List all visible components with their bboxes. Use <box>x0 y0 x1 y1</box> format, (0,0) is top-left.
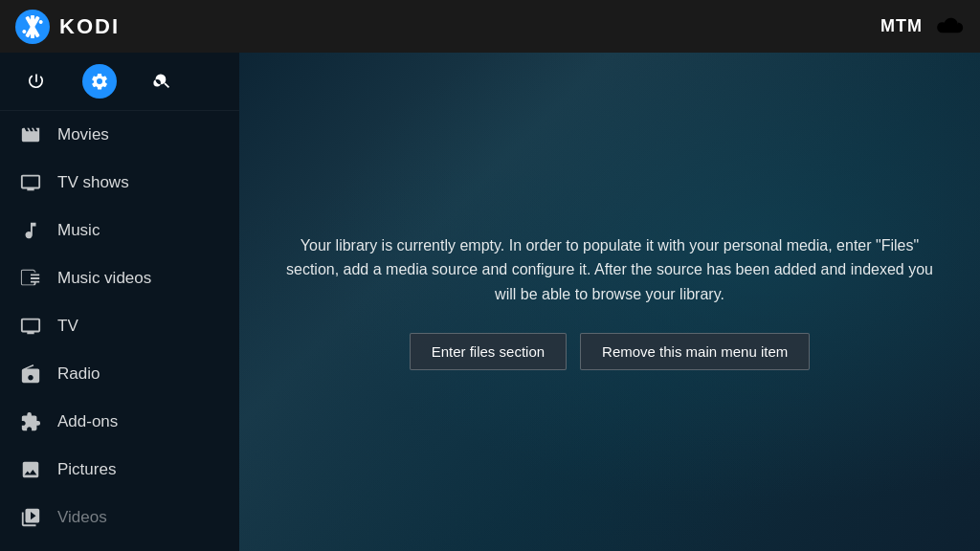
sidebar-item-music[interactable]: Music <box>0 207 239 254</box>
sidebar-item-tvshows[interactable]: TV shows <box>0 159 239 207</box>
enter-files-button[interactable]: Enter files section <box>410 333 567 370</box>
main-layout: Movies TV shows Music <box>0 53 980 551</box>
sidebar: Movies TV shows Music <box>0 53 239 551</box>
sidebar-item-musicvideos[interactable]: Music videos <box>0 254 239 302</box>
music-label: Music <box>57 221 100 240</box>
kodi-logo-icon <box>15 10 50 44</box>
sidebar-item-tv[interactable]: TV <box>0 302 239 350</box>
brand-area: MTM <box>880 10 965 44</box>
cloud-icon <box>930 10 965 44</box>
content-area: Your library is currently empty. In orde… <box>239 53 980 551</box>
musicvideos-icon <box>19 267 42 290</box>
sidebar-item-radio[interactable]: Radio <box>0 350 239 398</box>
pictures-label: Pictures <box>57 460 116 479</box>
addons-label: Add-ons <box>57 412 118 431</box>
top-bar: KODI MTM <box>0 0 980 53</box>
tvshows-label: TV shows <box>57 173 129 192</box>
app-title: KODI <box>59 14 120 39</box>
radio-icon <box>19 363 42 386</box>
movies-icon <box>19 123 42 146</box>
addons-icon <box>19 410 42 433</box>
movies-label: Movies <box>57 125 109 144</box>
music-icon <box>19 219 42 242</box>
remove-menu-item-button[interactable]: Remove this main menu item <box>580 333 810 370</box>
search-button[interactable] <box>145 64 180 99</box>
pictures-icon <box>19 458 42 481</box>
brand-label: MTM <box>880 16 923 36</box>
sidebar-nav: Movies TV shows Music <box>0 111 239 551</box>
musicvideos-label: Music videos <box>57 269 151 288</box>
radio-label: Radio <box>57 364 100 384</box>
sidebar-item-movies[interactable]: Movies <box>0 111 239 159</box>
sidebar-item-pictures[interactable]: Pictures <box>0 446 239 494</box>
power-button[interactable] <box>19 64 54 99</box>
message-box: Your library is currently empty. In orde… <box>278 233 942 371</box>
sidebar-top-icons <box>0 53 239 111</box>
tv-label: TV <box>57 317 78 336</box>
videos-icon <box>19 506 42 529</box>
sidebar-item-videos[interactable]: Videos <box>0 494 239 541</box>
empty-library-message: Your library is currently empty. In orde… <box>278 233 942 307</box>
sidebar-item-addons[interactable]: Add-ons <box>0 398 239 446</box>
message-buttons: Enter files section Remove this main men… <box>278 333 942 370</box>
settings-button[interactable] <box>82 64 117 99</box>
logo-area: KODI <box>15 10 120 44</box>
tv-icon <box>19 315 42 338</box>
videos-label: Videos <box>57 508 107 527</box>
tvshows-icon <box>19 171 42 194</box>
